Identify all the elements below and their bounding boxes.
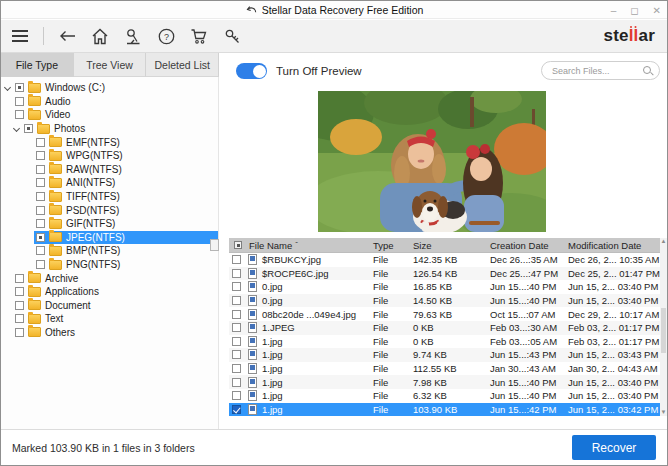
splitter-handle[interactable]: [210, 239, 219, 251]
row-checkbox[interactable]: [232, 310, 241, 319]
recover-button[interactable]: Recover: [572, 435, 656, 460]
tree-item[interactable]: Windows (C:): [1, 81, 218, 95]
tree-checkbox[interactable]: [15, 328, 24, 337]
table-row[interactable]: 0.jpg File 14.50 KB Jun 15...:40 PM Jun …: [229, 294, 667, 308]
tree-checkbox[interactable]: [36, 246, 45, 255]
back-icon[interactable]: [57, 26, 77, 46]
tree-checkbox[interactable]: [15, 274, 24, 283]
row-checkbox[interactable]: [232, 269, 241, 278]
tree-checkbox[interactable]: [36, 192, 45, 201]
scroll-up-icon[interactable]: ▲: [660, 238, 667, 245]
scrollbar-thumb[interactable]: [661, 308, 666, 353]
tree-expand-icon[interactable]: [25, 218, 34, 230]
tree-checkbox[interactable]: [36, 233, 45, 242]
table-row[interactable]: 1.jpg File 112.55 KB Jan 30...:43 AM Jan…: [229, 362, 667, 376]
table-row[interactable]: 1.jpg File 6.32 KB Jun 15...:40 PM Jun 1…: [229, 389, 667, 403]
table-scrollbar[interactable]: ▲ ▼: [660, 238, 667, 416]
column-size[interactable]: Size: [411, 240, 488, 251]
tree-item[interactable]: Video: [1, 108, 218, 122]
tree-expand-icon[interactable]: [25, 163, 34, 175]
tree-item[interactable]: JPEG(NTFS): [1, 231, 218, 245]
tree-item[interactable]: RAW(NTFS): [1, 163, 218, 177]
tree-item[interactable]: PNG(NTFS): [1, 258, 218, 272]
column-type[interactable]: Type: [371, 240, 411, 251]
row-checkbox[interactable]: [232, 296, 241, 305]
tree-item[interactable]: TIFF(NTFS): [1, 190, 218, 204]
tree-expand-icon[interactable]: [13, 123, 22, 135]
table-row[interactable]: 1.jpg File 9.74 KB Jun 15...:43 PM Jun 1…: [229, 348, 667, 362]
tree-expand-icon[interactable]: [25, 150, 34, 162]
tree-checkbox[interactable]: [36, 165, 45, 174]
tree-item[interactable]: Applications: [1, 285, 218, 299]
row-checkbox[interactable]: [232, 282, 241, 291]
tree-item[interactable]: Audio: [1, 95, 218, 109]
table-row[interactable]: $RBUKCY.jpg File 142.35 KB Dec 26...:35 …: [229, 253, 667, 267]
tree-expand-icon[interactable]: [25, 231, 34, 243]
tree-checkbox[interactable]: [36, 219, 45, 228]
select-all-checkbox[interactable]: [234, 241, 242, 249]
maximize-button[interactable]: ◻: [630, 5, 638, 16]
tree-item[interactable]: EMF(NTFS): [1, 135, 218, 149]
key-icon[interactable]: [222, 26, 242, 46]
tree-checkbox[interactable]: [15, 301, 24, 310]
tab-file-type[interactable]: File Type: [1, 53, 74, 77]
tree-expand-icon[interactable]: [25, 191, 34, 203]
search-icon[interactable]: [642, 65, 653, 76]
row-checkbox[interactable]: [232, 364, 241, 373]
cart-icon[interactable]: [189, 26, 209, 46]
tree-expand-icon[interactable]: [25, 259, 34, 271]
tree-item[interactable]: Document: [1, 299, 218, 313]
tree-item[interactable]: Others: [1, 326, 218, 340]
tree-item[interactable]: GIF(NTFS): [1, 217, 218, 231]
tree-item[interactable]: WPG(NTFS): [1, 149, 218, 163]
tree-item[interactable]: ANI(NTFS): [1, 176, 218, 190]
table-row[interactable]: 1.jpg File 7.98 KB Jun 15...:40 PM Jun 1…: [229, 375, 667, 389]
minimize-button[interactable]: –: [611, 5, 617, 16]
search-box[interactable]: [541, 61, 660, 80]
tree-item[interactable]: PSD(NTFS): [1, 203, 218, 217]
tree-item[interactable]: Photos: [1, 122, 218, 136]
tree-checkbox[interactable]: [24, 124, 33, 133]
tree-expand-icon[interactable]: [25, 136, 34, 148]
row-checkbox[interactable]: [232, 391, 241, 400]
table-row[interactable]: 08bc20de ...049e4.jpg File 79.63 KB Oct …: [229, 307, 667, 321]
row-checkbox[interactable]: [232, 337, 241, 346]
tree-expand-icon[interactable]: [25, 245, 34, 257]
row-checkbox[interactable]: [232, 255, 241, 264]
row-checkbox[interactable]: [232, 350, 241, 359]
table-row[interactable]: 1.jpg File 103.90 KB Jun 15...:42 PM Jun…: [229, 403, 667, 417]
table-row[interactable]: 0.jpg File 16.85 KB Jun 15...:40 PM Jun …: [229, 280, 667, 294]
tree-checkbox[interactable]: [36, 260, 45, 269]
tree-checkbox[interactable]: [36, 178, 45, 187]
row-checkbox[interactable]: [232, 378, 241, 387]
tree-checkbox[interactable]: [15, 314, 24, 323]
tree-checkbox[interactable]: [15, 287, 24, 296]
tree-checkbox[interactable]: [36, 206, 45, 215]
home-icon[interactable]: [90, 26, 110, 46]
scan-icon[interactable]: [123, 26, 143, 46]
column-modification-date[interactable]: Modification Date: [566, 240, 667, 251]
tree-expand-icon[interactable]: [25, 204, 34, 216]
row-checkbox[interactable]: [232, 405, 241, 414]
tree-checkbox[interactable]: [15, 110, 24, 119]
table-row[interactable]: 1.JPEG File 0 KB Feb 03...:30 AM Feb 03,…: [229, 321, 667, 335]
tab-tree-view[interactable]: Tree View: [74, 53, 147, 77]
menu-icon[interactable]: [10, 26, 30, 46]
table-row[interactable]: 1.jpg File 0 KB Feb 03...:05 AM Feb 03, …: [229, 335, 667, 349]
column-file-name[interactable]: File Nameˆ: [247, 240, 371, 251]
help-icon[interactable]: ?: [156, 26, 176, 46]
tree-expand-icon[interactable]: [25, 177, 34, 189]
preview-toggle[interactable]: [236, 63, 267, 79]
tree-item[interactable]: Archive: [1, 271, 218, 285]
tree-item[interactable]: Text: [1, 312, 218, 326]
scroll-down-icon[interactable]: ▼: [660, 409, 667, 416]
tree-checkbox[interactable]: [15, 97, 24, 106]
tab-deleted-list[interactable]: Deleted List: [146, 53, 219, 77]
tree-checkbox[interactable]: [36, 138, 45, 147]
close-button[interactable]: ✕: [653, 5, 661, 16]
column-creation-date[interactable]: Creation Date: [488, 240, 566, 251]
tree-checkbox[interactable]: [36, 151, 45, 160]
row-checkbox[interactable]: [232, 323, 241, 332]
table-row[interactable]: $ROCPE6C.jpg File 126.54 KB Dec 25...:47…: [229, 267, 667, 281]
tree-expand-icon[interactable]: [4, 82, 13, 94]
